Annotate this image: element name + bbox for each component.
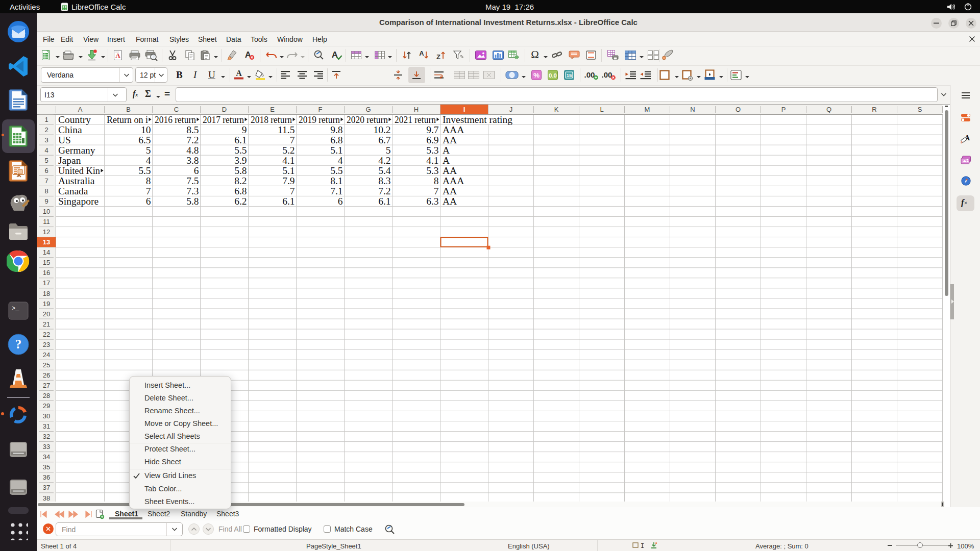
svg-text:26: 26 [43, 371, 50, 379]
svg-text:6.9: 6.9 [426, 135, 438, 145]
svg-text:A: A [236, 69, 242, 78]
svg-text:5: 5 [386, 145, 391, 156]
svg-text:5.3: 5.3 [426, 145, 438, 156]
svg-text:6: 6 [44, 167, 48, 174]
svg-text:13: 13 [43, 238, 50, 246]
svg-text:.00: .00 [584, 70, 595, 79]
svg-text:B: B [126, 106, 131, 113]
svg-text:6.1: 6.1 [378, 196, 390, 207]
svg-text:2021 return: 2021 return [395, 114, 436, 125]
svg-text:27: 27 [43, 382, 50, 389]
svg-text:J: J [509, 106, 513, 113]
svg-text:34: 34 [43, 453, 50, 461]
svg-text:Country: Country [58, 114, 91, 125]
svg-text:5.5: 5.5 [234, 145, 247, 156]
svg-text:AAA: AAA [443, 124, 464, 135]
svg-text:5.1: 5.1 [330, 145, 342, 156]
svg-text:6.1: 6.1 [282, 196, 295, 207]
svg-text:8.1: 8.1 [330, 176, 342, 186]
svg-text:1: 1 [44, 116, 48, 123]
svg-text:4.8: 4.8 [186, 145, 199, 156]
svg-text:5.4: 5.4 [378, 165, 391, 176]
svg-text:H: H [414, 106, 419, 113]
svg-text:38: 38 [43, 494, 50, 502]
svg-text:Germany: Germany [58, 145, 95, 156]
svg-text:2018 return: 2018 return [251, 114, 292, 125]
svg-text:E: E [270, 106, 275, 113]
svg-text:?: ? [15, 337, 22, 351]
svg-text:7: 7 [44, 177, 48, 185]
svg-text:7: 7 [146, 186, 151, 196]
svg-text:9: 9 [242, 124, 247, 135]
svg-text:10: 10 [43, 208, 50, 215]
svg-text:2020 return: 2020 return [347, 114, 388, 125]
svg-text:36: 36 [43, 473, 50, 481]
svg-text:37: 37 [43, 484, 50, 491]
svg-text:25: 25 [43, 361, 50, 369]
svg-text:Investment rating: Investment rating [443, 114, 512, 125]
svg-text:6.2: 6.2 [234, 196, 247, 207]
svg-text:4: 4 [44, 146, 48, 154]
svg-text:6: 6 [146, 196, 151, 207]
svg-text:31: 31 [43, 422, 50, 430]
svg-text:AAA: AAA [443, 176, 464, 186]
svg-text:0.0: 0.0 [549, 72, 557, 79]
svg-text:I: I [463, 106, 465, 113]
svg-text:8.3: 8.3 [378, 176, 390, 186]
svg-text:O: O [736, 106, 741, 113]
svg-text:8.2: 8.2 [234, 176, 247, 186]
svg-text:7.1: 7.1 [330, 186, 342, 196]
svg-text:21: 21 [43, 320, 50, 328]
svg-text:11.5: 11.5 [278, 124, 295, 135]
svg-text:A: A [78, 106, 83, 113]
svg-text:18: 18 [43, 290, 50, 297]
svg-text:29: 29 [43, 402, 50, 410]
svg-text:23: 23 [43, 341, 50, 348]
svg-text:5.2: 5.2 [282, 145, 295, 156]
svg-text:United Kin: United Kin [58, 165, 100, 176]
svg-text:19: 19 [43, 300, 50, 308]
svg-text:5.1: 5.1 [282, 165, 295, 176]
svg-text:5: 5 [44, 157, 48, 164]
svg-text:Ω: Ω [531, 49, 539, 61]
svg-text:6.8: 6.8 [330, 135, 342, 145]
svg-text:32: 32 [43, 433, 50, 440]
svg-text:Australia: Australia [58, 176, 95, 186]
svg-text:5.5: 5.5 [138, 165, 151, 176]
svg-text:33: 33 [43, 443, 50, 450]
svg-text:17: 17 [43, 279, 50, 287]
svg-text:Singapore: Singapore [58, 196, 99, 207]
svg-text:7.2: 7.2 [186, 135, 199, 145]
svg-text:7.5: 7.5 [186, 176, 199, 186]
svg-text:22: 22 [43, 331, 50, 338]
svg-text:15: 15 [567, 72, 572, 78]
svg-text:8: 8 [146, 176, 151, 186]
svg-text:G: G [365, 106, 371, 113]
svg-text:%: % [533, 71, 540, 79]
svg-text:8.5: 8.5 [186, 124, 199, 135]
svg-text:5.5: 5.5 [330, 165, 342, 176]
svg-text:5.8: 5.8 [186, 196, 199, 207]
svg-text:A: A [115, 52, 120, 59]
svg-text:7.2: 7.2 [378, 186, 390, 196]
svg-text:2017 return: 2017 return [203, 114, 244, 125]
svg-text:C: C [174, 106, 179, 113]
svg-text:A: A [443, 145, 450, 156]
svg-text:6: 6 [194, 165, 199, 176]
svg-text:12: 12 [43, 228, 50, 236]
svg-text:N: N [690, 106, 695, 113]
svg-text:>_: >_ [12, 305, 19, 312]
svg-text:R: R [872, 106, 876, 113]
svg-text:F: F [318, 106, 323, 113]
svg-text:4.2: 4.2 [378, 155, 390, 166]
svg-text:5: 5 [146, 145, 151, 156]
svg-text:3.9: 3.9 [234, 155, 247, 166]
svg-text:28: 28 [43, 392, 50, 399]
svg-text:7.3: 7.3 [186, 186, 199, 196]
svg-text:.00: .00 [602, 70, 612, 79]
svg-text:S: S [918, 106, 922, 113]
svg-text:6.7: 6.7 [378, 135, 391, 145]
svg-text:3: 3 [44, 136, 48, 144]
svg-text:10: 10 [141, 124, 151, 135]
svg-text:10.2: 10.2 [373, 124, 390, 135]
